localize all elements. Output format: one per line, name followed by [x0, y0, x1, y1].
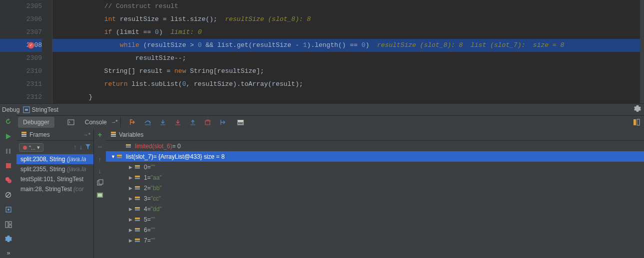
variable-row[interactable]: ▶7 = ""	[106, 235, 644, 246]
line-number[interactable]: 2308	[0, 39, 42, 52]
more-button[interactable]: »	[3, 250, 13, 258]
move-watch-up-button[interactable]: ↑	[98, 156, 102, 164]
expand-arrow-icon[interactable]: ▶	[129, 207, 135, 212]
frames-list[interactable]: split:2308, String (java.lasplit:2355, S…	[16, 154, 93, 258]
svg-rect-27	[637, 119, 640, 125]
run-to-cursor-button[interactable]	[218, 118, 227, 127]
error-stripe[interactable]	[640, 0, 644, 103]
code-line[interactable]: String[] result = new String[resultSize]…	[52, 65, 644, 78]
frame-item[interactable]: split:2355, String (java.la	[16, 164, 93, 174]
expand-arrow-icon[interactable]: ▶	[129, 238, 135, 243]
variable-row[interactable]: ▶3 = "cc"	[106, 193, 644, 204]
variable-row[interactable]: ▼list (slot_7) = {ArrayList@433} size = …	[106, 151, 644, 162]
code-line[interactable]: while (resultSize > 0 && list.get(result…	[52, 39, 644, 52]
expand-arrow-icon[interactable]: ▶	[129, 165, 135, 170]
svg-rect-45	[135, 176, 140, 177]
pause-button[interactable]	[3, 147, 13, 155]
variable-row[interactable]: ▶0 = ""	[106, 162, 644, 172]
svg-rect-52	[135, 209, 140, 211]
variable-value: ""	[151, 227, 155, 234]
tab-debugger[interactable]: Debugger	[18, 117, 54, 128]
add-watch-button[interactable]: +	[98, 131, 102, 139]
frames-title: Frames	[29, 131, 50, 138]
svg-rect-44	[135, 167, 140, 169]
restore-layout-button[interactable]	[3, 220, 13, 229]
code-line[interactable]: resultSize--;	[52, 52, 644, 65]
expand-arrow-icon[interactable]: ▶	[129, 228, 135, 233]
variable-row[interactable]: ▶2 = "bb"	[106, 183, 644, 193]
drop-frame-button[interactable]	[203, 118, 212, 127]
copy-watch-button[interactable]	[97, 179, 103, 188]
svg-rect-53	[135, 218, 140, 219]
variable-value: "cc"	[151, 195, 161, 202]
run-config-name[interactable]: StringTest	[31, 106, 58, 113]
resume-button[interactable]	[3, 132, 13, 140]
code-line[interactable]: int resultSize = list.size(); resultSize…	[52, 13, 644, 26]
thread-selector[interactable]: "... ▾	[19, 143, 43, 152]
line-number[interactable]: 2309	[0, 52, 42, 65]
settings-button[interactable]	[3, 235, 13, 243]
svg-rect-49	[135, 197, 140, 198]
variable-row[interactable]: ▶1 = "aa"	[106, 172, 644, 183]
line-number[interactable]: 2311	[0, 78, 42, 91]
variable-name: 1	[144, 174, 147, 181]
show-watches-button[interactable]	[96, 192, 103, 201]
variables-list[interactable]: limited (slot_6) = 0▼list (slot_7) = {Ar…	[106, 141, 644, 258]
step-over-button[interactable]	[143, 118, 152, 127]
next-frame-icon[interactable]: ↓	[79, 144, 83, 151]
variable-name: list	[126, 153, 133, 160]
thread-stop-icon	[22, 145, 27, 150]
filter-frames-icon[interactable]	[85, 144, 91, 152]
show-execution-point-button[interactable]	[128, 118, 137, 127]
code-column[interactable]: // Construct result int resultSize = lis…	[52, 0, 644, 103]
settings-icon[interactable]	[634, 107, 641, 114]
debug-title: Debug	[2, 106, 19, 113]
variable-value: "aa"	[151, 174, 162, 181]
prev-frame-icon[interactable]: ↑	[73, 144, 77, 151]
frames-pin-icon[interactable]: →*	[83, 132, 90, 138]
frame-item[interactable]: split:2308, String (java.la	[16, 154, 93, 164]
svg-marker-2	[6, 134, 11, 139]
line-number[interactable]: 2310	[0, 65, 42, 78]
layout-settings-icon[interactable]	[632, 118, 641, 127]
rerun-button[interactable]	[3, 117, 13, 126]
line-number[interactable]: 2306	[0, 13, 42, 26]
variable-row[interactable]: ▶5 = ""	[106, 214, 644, 225]
frame-item[interactable]: testSplit:101, StringTest	[16, 174, 93, 184]
thread-name: "...	[29, 145, 35, 151]
code-line[interactable]: if (limit == 0) limit: 0	[52, 26, 644, 39]
variable-row[interactable]: ▶4 = "dd"	[106, 204, 644, 214]
view-breakpoints-button[interactable]	[3, 176, 13, 185]
svg-rect-23	[238, 123, 239, 124]
svg-rect-5	[6, 163, 11, 168]
code-line[interactable]: }	[52, 91, 644, 104]
variable-row[interactable]: limited (slot_6) = 0	[106, 141, 644, 151]
variables-header: Variables	[106, 129, 644, 141]
field-icon	[135, 185, 142, 191]
remove-watch-button[interactable]: −	[97, 143, 102, 152]
expand-arrow-icon[interactable]: ▶	[129, 175, 135, 180]
get-thread-dump-button[interactable]	[3, 205, 13, 214]
variable-row[interactable]: ▶6 = ""	[106, 225, 644, 235]
frame-item[interactable]: main:28, StringTest (cor	[16, 184, 93, 194]
stop-button[interactable]	[3, 161, 13, 170]
expand-arrow-icon[interactable]: ▶	[129, 196, 135, 201]
variable-name: 5	[144, 216, 147, 223]
expand-arrow-icon[interactable]: ▼	[111, 154, 117, 159]
step-out-button[interactable]	[188, 118, 197, 127]
code-line[interactable]: // Construct result	[52, 0, 644, 13]
move-watch-down-button[interactable]: ↓	[98, 168, 102, 175]
breakpoint-icon[interactable]	[27, 42, 34, 49]
line-number[interactable]: 2305	[0, 0, 42, 13]
tab-console[interactable]: Console	[80, 117, 112, 128]
svg-rect-29	[21, 134, 26, 135]
mute-breakpoints-button[interactable]	[3, 191, 13, 199]
force-step-into-button[interactable]	[173, 118, 182, 127]
code-line[interactable]: return list.subList(0, resultSize).toArr…	[52, 78, 644, 91]
expand-arrow-icon[interactable]: ▶	[129, 217, 135, 222]
step-into-button[interactable]	[158, 118, 167, 127]
expand-arrow-icon[interactable]: ▶	[129, 186, 135, 191]
line-number[interactable]: 2312	[0, 91, 42, 104]
evaluate-expression-button[interactable]	[236, 118, 245, 127]
line-number[interactable]: 2307	[0, 26, 42, 39]
